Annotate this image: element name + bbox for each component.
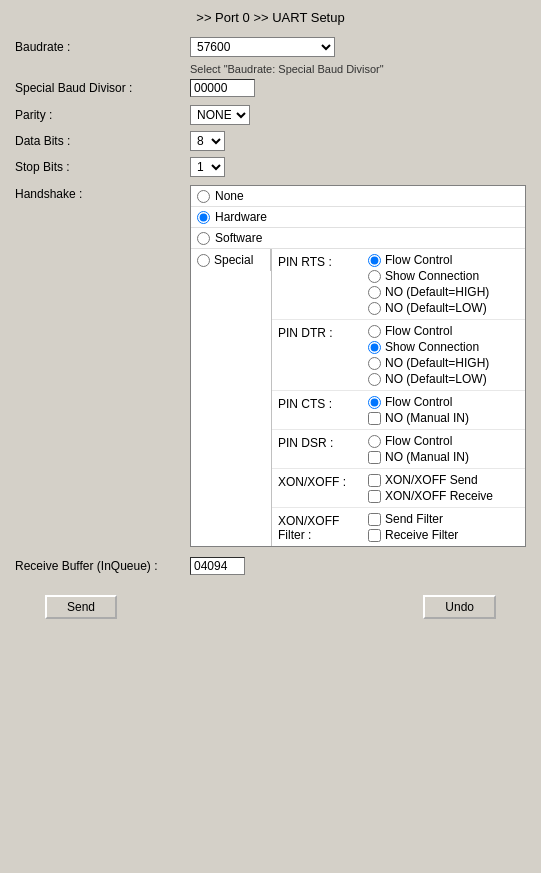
pin-dtr-flow-control[interactable]: Flow Control <box>368 324 489 338</box>
xon-xoff-filter-row: XON/XOFF Filter : Send Filter Receive Fi… <box>272 508 525 546</box>
pin-dtr-flow-control-radio[interactable] <box>368 325 381 338</box>
special-baud-note: Select "Baudrate: Special Baud Divisor" <box>190 63 526 75</box>
pin-rts-no-high-radio[interactable] <box>368 286 381 299</box>
handshake-radio-special[interactable] <box>197 254 210 267</box>
pin-dtr-options: Flow Control Show Connection NO (Default… <box>368 324 489 386</box>
pin-dtr-show-connection-radio[interactable] <box>368 341 381 354</box>
handshake-special-cell: Special <box>191 249 271 271</box>
pin-table: PIN RTS : Flow Control Show Connection <box>271 249 525 546</box>
pin-cts-row: PIN CTS : Flow Control NO (Manual IN) <box>272 391 525 430</box>
handshake-option-none: None <box>191 186 525 207</box>
pin-cts-flow-control[interactable]: Flow Control <box>368 395 469 409</box>
pin-dsr-no-manual[interactable]: NO (Manual IN) <box>368 450 469 464</box>
databits-row: Data Bits : 8567 <box>15 131 526 151</box>
handshake-option-software: Software <box>191 228 525 249</box>
xon-xoff-receive-checkbox[interactable] <box>368 490 381 503</box>
page-title: >> Port 0 >> UART Setup <box>15 10 526 25</box>
pin-rts-no-low[interactable]: NO (Default=LOW) <box>368 301 489 315</box>
handshake-options-panel: None Hardware Software Special <box>190 185 526 547</box>
handshake-radio-hardware[interactable] <box>197 211 210 224</box>
pin-rts-flow-control[interactable]: Flow Control <box>368 253 489 267</box>
xon-xoff-filter-label: XON/XOFF Filter : <box>278 512 368 542</box>
pin-dtr-no-low-radio[interactable] <box>368 373 381 386</box>
stopbits-select[interactable]: 12 <box>190 157 225 177</box>
handshake-special-row: Special PIN RTS : Flow Control <box>191 249 525 546</box>
handshake-software-label: Software <box>215 231 262 245</box>
receive-buffer-input[interactable] <box>190 557 245 575</box>
baudrate-select[interactable]: 57600 3006001200 240048009600 1920038400… <box>190 37 335 57</box>
handshake-section: Handshake : None Hardware Software <box>15 185 526 547</box>
pin-dsr-options: Flow Control NO (Manual IN) <box>368 434 469 464</box>
pin-dsr-row: PIN DSR : Flow Control NO (Manual IN) <box>272 430 525 469</box>
databits-select[interactable]: 8567 <box>190 131 225 151</box>
pin-rts-no-low-radio[interactable] <box>368 302 381 315</box>
handshake-radio-none[interactable] <box>197 190 210 203</box>
receive-filter-checkbox[interactable] <box>368 529 381 542</box>
handshake-radio-software[interactable] <box>197 232 210 245</box>
button-row: Send Undo <box>15 590 526 624</box>
pin-dsr-flow-control[interactable]: Flow Control <box>368 434 469 448</box>
pin-dtr-no-low[interactable]: NO (Default=LOW) <box>368 372 489 386</box>
pin-dsr-flow-control-radio[interactable] <box>368 435 381 448</box>
pin-rts-show-connection[interactable]: Show Connection <box>368 269 489 283</box>
xon-xoff-send-checkbox[interactable] <box>368 474 381 487</box>
pin-dtr-show-connection[interactable]: Show Connection <box>368 340 489 354</box>
receive-buffer-label: Receive Buffer (InQueue) : <box>15 559 190 573</box>
send-button[interactable]: Send <box>45 595 117 619</box>
pin-dtr-row: PIN DTR : Flow Control Show Connection <box>272 320 525 391</box>
pin-rts-options: Flow Control Show Connection NO (Default… <box>368 253 489 315</box>
handshake-option-hardware: Hardware <box>191 207 525 228</box>
parity-select[interactable]: NONEODDEVENMARKSPACE <box>190 105 250 125</box>
xon-xoff-row: XON/XOFF : XON/XOFF Send XON/XOFF Receiv… <box>272 469 525 508</box>
baudrate-label: Baudrate : <box>15 40 190 54</box>
pin-cts-no-manual[interactable]: NO (Manual IN) <box>368 411 469 425</box>
pin-cts-flow-control-radio[interactable] <box>368 396 381 409</box>
pin-dtr-no-high[interactable]: NO (Default=HIGH) <box>368 356 489 370</box>
special-baud-label: Special Baud Divisor : <box>15 81 190 95</box>
send-filter[interactable]: Send Filter <box>368 512 458 526</box>
baudrate-row: Baudrate : 57600 3006001200 240048009600… <box>15 37 526 57</box>
pin-dsr-no-manual-checkbox[interactable] <box>368 451 381 464</box>
parity-row: Parity : NONEODDEVENMARKSPACE <box>15 105 526 125</box>
receive-filter[interactable]: Receive Filter <box>368 528 458 542</box>
handshake-label: Handshake : <box>15 185 190 201</box>
xon-xoff-options: XON/XOFF Send XON/XOFF Receive <box>368 473 493 503</box>
pin-cts-no-manual-checkbox[interactable] <box>368 412 381 425</box>
pin-dtr-label: PIN DTR : <box>278 324 368 340</box>
receive-buffer-row: Receive Buffer (InQueue) : <box>15 557 526 575</box>
handshake-hardware-label: Hardware <box>215 210 267 224</box>
handshake-none-label: None <box>215 189 244 203</box>
undo-button[interactable]: Undo <box>423 595 496 619</box>
pin-cts-label: PIN CTS : <box>278 395 368 411</box>
pin-rts-label: PIN RTS : <box>278 253 368 269</box>
pin-rts-flow-control-radio[interactable] <box>368 254 381 267</box>
stopbits-label: Stop Bits : <box>15 160 190 174</box>
special-baud-row: Special Baud Divisor : <box>15 79 526 97</box>
pin-cts-options: Flow Control NO (Manual IN) <box>368 395 469 425</box>
xon-xoff-label: XON/XOFF : <box>278 473 368 489</box>
xon-xoff-receive[interactable]: XON/XOFF Receive <box>368 489 493 503</box>
pin-dsr-label: PIN DSR : <box>278 434 368 450</box>
handshake-special-label: Special <box>214 253 253 267</box>
pin-rts-show-connection-radio[interactable] <box>368 270 381 283</box>
pin-rts-no-high[interactable]: NO (Default=HIGH) <box>368 285 489 299</box>
stopbits-row: Stop Bits : 12 <box>15 157 526 177</box>
special-baud-input[interactable] <box>190 79 255 97</box>
xon-xoff-send[interactable]: XON/XOFF Send <box>368 473 493 487</box>
databits-label: Data Bits : <box>15 134 190 148</box>
send-filter-checkbox[interactable] <box>368 513 381 526</box>
page-container: >> Port 0 >> UART Setup Baudrate : 57600… <box>0 0 541 873</box>
parity-label: Parity : <box>15 108 190 122</box>
pin-dtr-no-high-radio[interactable] <box>368 357 381 370</box>
xon-xoff-filter-options: Send Filter Receive Filter <box>368 512 458 542</box>
pin-rts-row: PIN RTS : Flow Control Show Connection <box>272 249 525 320</box>
